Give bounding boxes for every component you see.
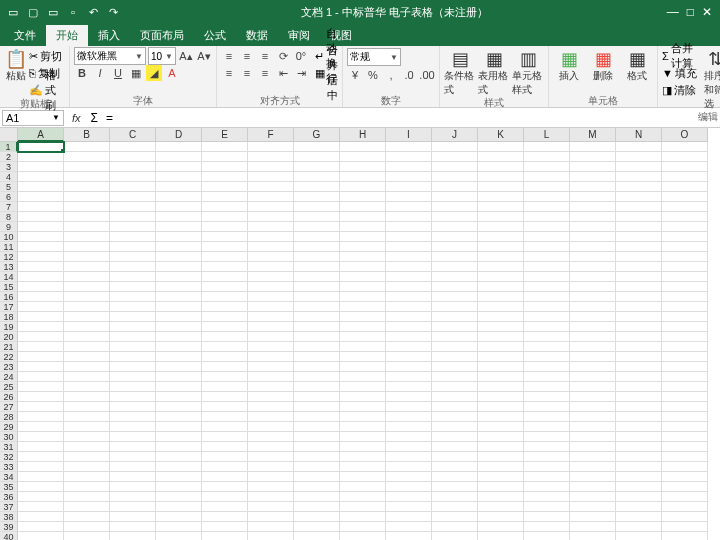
align-right-icon[interactable]: ≡ bbox=[257, 65, 273, 81]
cell[interactable] bbox=[110, 302, 156, 312]
cell[interactable] bbox=[616, 192, 662, 202]
cell[interactable] bbox=[156, 342, 202, 352]
cell[interactable] bbox=[478, 422, 524, 432]
cell[interactable] bbox=[294, 302, 340, 312]
cell[interactable] bbox=[432, 532, 478, 540]
cell[interactable] bbox=[662, 522, 708, 532]
col-header[interactable]: M bbox=[570, 128, 616, 142]
cell[interactable] bbox=[294, 272, 340, 282]
cell[interactable] bbox=[570, 172, 616, 182]
cell[interactable] bbox=[156, 422, 202, 432]
cell[interactable] bbox=[340, 282, 386, 292]
cell[interactable] bbox=[340, 332, 386, 342]
tab-insert[interactable]: 插入 bbox=[88, 25, 130, 46]
col-header[interactable]: F bbox=[248, 128, 294, 142]
cell[interactable] bbox=[64, 182, 110, 192]
row-header[interactable]: 10 bbox=[0, 232, 18, 242]
cell[interactable] bbox=[110, 322, 156, 332]
cell[interactable] bbox=[64, 292, 110, 302]
cell-style-button[interactable]: ▥单元格样式 bbox=[512, 48, 544, 97]
fx-button[interactable]: fx bbox=[66, 112, 87, 124]
cell[interactable] bbox=[248, 272, 294, 282]
cell[interactable] bbox=[478, 242, 524, 252]
cell[interactable] bbox=[570, 342, 616, 352]
cell[interactable] bbox=[156, 502, 202, 512]
cell[interactable] bbox=[18, 212, 64, 222]
cell[interactable] bbox=[156, 452, 202, 462]
cell[interactable] bbox=[156, 532, 202, 540]
cell[interactable] bbox=[340, 142, 386, 152]
equals-button[interactable]: = bbox=[102, 111, 117, 125]
cell[interactable] bbox=[386, 312, 432, 322]
cell[interactable] bbox=[616, 332, 662, 342]
cell[interactable] bbox=[294, 452, 340, 462]
spreadsheet-grid[interactable]: ABCDEFGHIJKLMNO 123456789101112131415161… bbox=[0, 128, 720, 540]
calc-button[interactable]: Σ合并计算 bbox=[662, 48, 702, 64]
cell[interactable] bbox=[18, 462, 64, 472]
row-header[interactable]: 9 bbox=[0, 222, 18, 232]
cell[interactable] bbox=[662, 272, 708, 282]
cell[interactable] bbox=[386, 212, 432, 222]
cell[interactable] bbox=[340, 182, 386, 192]
cell[interactable] bbox=[294, 352, 340, 362]
cell[interactable] bbox=[340, 472, 386, 482]
cell[interactable] bbox=[340, 252, 386, 262]
save-icon[interactable]: ▫ bbox=[64, 3, 82, 21]
cell[interactable] bbox=[64, 232, 110, 242]
cell[interactable] bbox=[156, 482, 202, 492]
maximize-button[interactable]: □ bbox=[687, 5, 694, 19]
cell[interactable] bbox=[294, 422, 340, 432]
cell[interactable] bbox=[110, 462, 156, 472]
cell[interactable] bbox=[432, 392, 478, 402]
row-header[interactable]: 27 bbox=[0, 402, 18, 412]
cell[interactable] bbox=[662, 192, 708, 202]
row-header[interactable]: 38 bbox=[0, 512, 18, 522]
cell[interactable] bbox=[64, 502, 110, 512]
app-menu-icon[interactable]: ▭ bbox=[4, 3, 22, 21]
cell[interactable] bbox=[386, 322, 432, 332]
cell[interactable] bbox=[202, 212, 248, 222]
cell[interactable] bbox=[294, 382, 340, 392]
row-header[interactable]: 6 bbox=[0, 192, 18, 202]
cell[interactable] bbox=[432, 502, 478, 512]
rotate-text-icon[interactable]: ⟳ bbox=[275, 48, 291, 64]
cell[interactable] bbox=[662, 202, 708, 212]
cell[interactable] bbox=[340, 292, 386, 302]
cell[interactable] bbox=[294, 522, 340, 532]
cell[interactable] bbox=[156, 412, 202, 422]
col-header[interactable]: J bbox=[432, 128, 478, 142]
cell[interactable] bbox=[478, 322, 524, 332]
cell[interactable] bbox=[64, 272, 110, 282]
cell[interactable] bbox=[18, 272, 64, 282]
cell[interactable] bbox=[432, 422, 478, 432]
cell[interactable] bbox=[294, 232, 340, 242]
cell[interactable] bbox=[248, 262, 294, 272]
cell[interactable] bbox=[570, 462, 616, 472]
cell[interactable] bbox=[340, 442, 386, 452]
cell[interactable] bbox=[18, 532, 64, 540]
cell[interactable] bbox=[386, 502, 432, 512]
cell[interactable] bbox=[478, 202, 524, 212]
cell[interactable] bbox=[662, 212, 708, 222]
cell[interactable] bbox=[662, 162, 708, 172]
cell[interactable] bbox=[616, 392, 662, 402]
cell[interactable] bbox=[248, 422, 294, 432]
cell[interactable] bbox=[386, 422, 432, 432]
cell[interactable] bbox=[386, 152, 432, 162]
cell[interactable] bbox=[570, 242, 616, 252]
undo-icon[interactable]: ↶ bbox=[84, 3, 102, 21]
cell[interactable] bbox=[570, 362, 616, 372]
cell[interactable] bbox=[662, 432, 708, 442]
cell[interactable] bbox=[616, 452, 662, 462]
cell[interactable] bbox=[156, 262, 202, 272]
cell[interactable] bbox=[524, 422, 570, 432]
cell[interactable] bbox=[524, 512, 570, 522]
cell[interactable] bbox=[64, 302, 110, 312]
cell[interactable] bbox=[248, 472, 294, 482]
cell[interactable] bbox=[202, 532, 248, 540]
row-header[interactable]: 16 bbox=[0, 292, 18, 302]
cell[interactable] bbox=[64, 342, 110, 352]
cell[interactable] bbox=[202, 262, 248, 272]
insert-cells-button[interactable]: ▦插入 bbox=[553, 48, 585, 83]
cell[interactable] bbox=[570, 212, 616, 222]
